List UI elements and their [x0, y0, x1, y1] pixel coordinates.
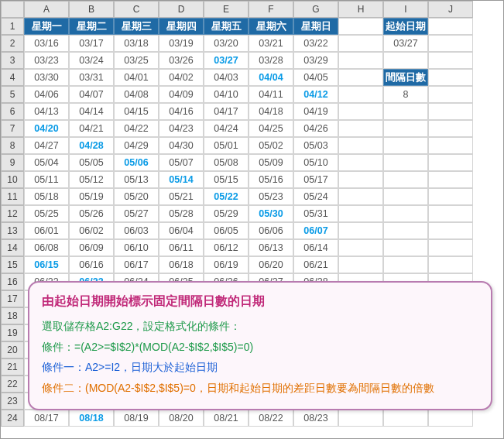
row-header-5[interactable]: 5 [1, 86, 24, 103]
cell-1-E[interactable]: 星期五 [204, 18, 249, 35]
cell-15-A[interactable]: 06/15 [24, 256, 69, 273]
row-header-1[interactable]: 1 [1, 18, 24, 35]
cell-8-C[interactable]: 04/29 [114, 137, 159, 154]
row-header-11[interactable]: 11 [1, 188, 24, 205]
row-header-4[interactable]: 4 [1, 69, 24, 86]
row-header-7[interactable]: 7 [1, 120, 24, 137]
cell-8-B[interactable]: 04/28 [69, 137, 114, 154]
cell-2-I[interactable]: 03/27 [383, 35, 428, 52]
cell-5-A[interactable]: 04/06 [24, 86, 69, 103]
cell-8-G[interactable]: 05/03 [293, 137, 338, 154]
col-header-E[interactable]: E [204, 1, 249, 18]
cell-14-B[interactable]: 06/09 [69, 239, 114, 256]
cell-4-G[interactable]: 04/05 [293, 69, 338, 86]
row-header-14[interactable]: 14 [1, 239, 24, 256]
cell-9-D[interactable]: 05/07 [159, 154, 204, 171]
cell-2-D[interactable]: 03/19 [159, 35, 204, 52]
select-all-corner[interactable] [1, 1, 24, 18]
cell-15-D[interactable]: 06/18 [159, 256, 204, 273]
cell-6-E[interactable]: 04/17 [204, 103, 249, 120]
cell-24-I[interactable] [383, 410, 428, 427]
cell-13-I[interactable] [383, 222, 428, 239]
cell-7-C[interactable]: 04/22 [114, 120, 159, 137]
cell-5-C[interactable]: 04/08 [114, 86, 159, 103]
cell-7-H[interactable] [338, 120, 383, 137]
cell-6-D[interactable]: 04/16 [159, 103, 204, 120]
cell-4-C[interactable]: 04/01 [114, 69, 159, 86]
cell-7-D[interactable]: 04/23 [159, 120, 204, 137]
col-header-A[interactable]: A [24, 1, 69, 18]
cell-6-J[interactable] [428, 103, 473, 120]
cell-6-H[interactable] [338, 103, 383, 120]
cell-13-B[interactable]: 06/02 [69, 222, 114, 239]
cell-3-A[interactable]: 03/23 [24, 52, 69, 69]
cell-14-G[interactable]: 06/14 [293, 239, 338, 256]
cell-9-C[interactable]: 05/06 [114, 154, 159, 171]
cell-24-E[interactable]: 08/21 [204, 410, 249, 427]
cell-14-I[interactable] [383, 239, 428, 256]
cell-14-A[interactable]: 06/08 [24, 239, 69, 256]
cell-12-E[interactable]: 05/29 [204, 205, 249, 222]
cell-8-D[interactable]: 04/30 [159, 137, 204, 154]
cell-1-I[interactable]: 起始日期 [383, 18, 428, 35]
cell-3-J[interactable] [428, 52, 473, 69]
cell-2-E[interactable]: 03/20 [204, 35, 249, 52]
cell-1-D[interactable]: 星期四 [159, 18, 204, 35]
cell-2-G[interactable]: 03/22 [293, 35, 338, 52]
cell-15-J[interactable] [428, 256, 473, 273]
cell-3-E[interactable]: 03/27 [204, 52, 249, 69]
cell-8-E[interactable]: 05/01 [204, 137, 249, 154]
cell-4-I[interactable]: 間隔日數 [383, 69, 428, 86]
cell-5-B[interactable]: 04/07 [69, 86, 114, 103]
cell-12-J[interactable] [428, 205, 473, 222]
cell-9-I[interactable] [383, 154, 428, 171]
cell-7-G[interactable]: 04/26 [293, 120, 338, 137]
cell-9-G[interactable]: 05/10 [293, 154, 338, 171]
cell-24-A[interactable]: 08/17 [24, 410, 69, 427]
cell-15-C[interactable]: 06/17 [114, 256, 159, 273]
cell-8-A[interactable]: 04/27 [24, 137, 69, 154]
cell-10-H[interactable] [338, 171, 383, 188]
cell-11-G[interactable]: 05/24 [293, 188, 338, 205]
row-header-6[interactable]: 6 [1, 103, 24, 120]
cell-5-F[interactable]: 04/11 [249, 86, 293, 103]
cell-14-J[interactable] [428, 239, 473, 256]
cell-12-H[interactable] [338, 205, 383, 222]
cell-15-F[interactable]: 06/20 [249, 256, 293, 273]
cell-24-B[interactable]: 08/18 [69, 410, 114, 427]
row-header-2[interactable]: 2 [1, 35, 24, 52]
row-header-9[interactable]: 9 [1, 154, 24, 171]
cell-13-A[interactable]: 06/01 [24, 222, 69, 239]
cell-14-D[interactable]: 06/11 [159, 239, 204, 256]
cell-1-C[interactable]: 星期三 [114, 18, 159, 35]
row-header-8[interactable]: 8 [1, 137, 24, 154]
cell-10-D[interactable]: 05/14 [159, 171, 204, 188]
cell-14-C[interactable]: 06/10 [114, 239, 159, 256]
cell-7-E[interactable]: 04/24 [204, 120, 249, 137]
cell-15-E[interactable]: 06/19 [204, 256, 249, 273]
col-header-B[interactable]: B [69, 1, 114, 18]
cell-9-A[interactable]: 05/04 [24, 154, 69, 171]
cell-12-I[interactable] [383, 205, 428, 222]
cell-13-F[interactable]: 06/06 [249, 222, 293, 239]
cell-11-A[interactable]: 05/18 [24, 188, 69, 205]
row-header-3[interactable]: 3 [1, 52, 24, 69]
cell-10-G[interactable]: 05/17 [293, 171, 338, 188]
cell-9-E[interactable]: 05/08 [204, 154, 249, 171]
cell-11-I[interactable] [383, 188, 428, 205]
cell-4-A[interactable]: 03/30 [24, 69, 69, 86]
row-header-19[interactable]: 19 [1, 324, 24, 341]
col-header-J[interactable]: J [428, 1, 473, 18]
col-header-C[interactable]: C [114, 1, 159, 18]
row-header-22[interactable]: 22 [1, 376, 24, 393]
cell-11-H[interactable] [338, 188, 383, 205]
cell-4-J[interactable] [428, 69, 473, 86]
cell-11-C[interactable]: 05/20 [114, 188, 159, 205]
cell-13-D[interactable]: 06/04 [159, 222, 204, 239]
cell-9-H[interactable] [338, 154, 383, 171]
cell-6-A[interactable]: 04/13 [24, 103, 69, 120]
cell-5-G[interactable]: 04/12 [293, 86, 338, 103]
cell-10-E[interactable]: 05/15 [204, 171, 249, 188]
row-header-13[interactable]: 13 [1, 222, 24, 239]
cell-6-F[interactable]: 04/18 [249, 103, 293, 120]
